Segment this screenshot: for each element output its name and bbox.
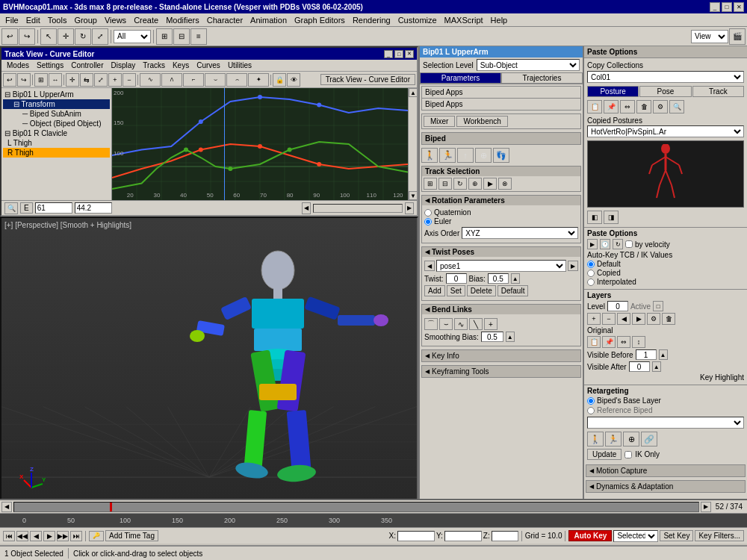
timeline-progress-bar[interactable] (13, 502, 699, 512)
ce-menu-curves[interactable]: Curves (193, 60, 224, 70)
retarget-icon-1[interactable]: 🚶 (587, 432, 604, 447)
toolbar-move[interactable]: ✛ (58, 28, 74, 45)
transport-prev-key[interactable]: ◀◀ (16, 531, 28, 541)
menu-modifiers[interactable]: Modifiers (162, 15, 203, 25)
motion-capture-section[interactable]: ◀ Motion Capture (586, 464, 746, 477)
workbench-btn[interactable]: Workbench (456, 116, 507, 127)
menu-maxscript[interactable]: MAXScript (441, 15, 487, 25)
smoothing-bias-input[interactable] (481, 332, 503, 342)
ce-tangent-step[interactable]: ⌐ (183, 73, 204, 87)
ik-only-check[interactable] (624, 451, 632, 458)
maximize-btn[interactable]: □ (722, 2, 732, 12)
copy-collections-dropdown[interactable]: Col01 (587, 71, 744, 83)
biped-walk-icon[interactable]: 🚶 (421, 148, 438, 163)
transport-end[interactable]: ⏭ (70, 531, 82, 541)
layer-prev-btn[interactable]: ◀ (617, 313, 630, 325)
layer-settings-btn[interactable]: ⚙ (647, 313, 660, 325)
reference-coord-dropdown[interactable]: All (114, 30, 151, 43)
layer-tool-3[interactable]: ⇔ (617, 336, 630, 348)
toolbar-align[interactable]: ⊟ (173, 28, 190, 45)
toolbar-mirror[interactable]: ⊞ (156, 28, 173, 45)
paste-icon-2[interactable]: ◨ (604, 211, 619, 224)
tree-item-l-thigh[interactable]: L Thigh (3, 138, 110, 148)
vb-spin[interactable]: ▲ (659, 349, 668, 360)
toolbar-scale[interactable]: ⤢ (92, 28, 108, 45)
timeline-scroll-right[interactable]: ▶ (701, 502, 711, 512)
viewport-3d[interactable]: X Y Z (0, 217, 418, 514)
ce-tool-fit[interactable]: ↔ (49, 73, 62, 87)
biped-footstep-icon[interactable]: 👣 (493, 148, 509, 163)
radio-quaternion[interactable] (424, 209, 432, 217)
posture-settings-icon[interactable]: ⚙ (653, 100, 668, 113)
tab-pose[interactable]: Pose (639, 86, 691, 97)
level-input[interactable] (607, 301, 628, 311)
ce-tangent-linear[interactable]: /\ (161, 73, 182, 87)
layer-tool-4[interactable]: ↕ (632, 336, 645, 348)
time-tag-btn[interactable]: Add Time Tag (105, 530, 158, 541)
toolbar-select[interactable]: ↖ (40, 28, 57, 45)
curve-graph[interactable]: 200 150 100 20 30 40 50 60 70 80 90 100 … (112, 88, 408, 200)
ce-menu-controller[interactable]: Controller (67, 60, 107, 70)
retarget-icon-2[interactable]: 🏃 (605, 432, 622, 447)
view-dropdown[interactable]: View (691, 30, 728, 43)
ce-menu-keys[interactable]: Keys (169, 60, 193, 70)
tab-posture[interactable]: Posture (587, 86, 639, 97)
tree-item-object[interactable]: ─ Object (Biped Object) (3, 119, 110, 128)
scroll-up[interactable]: ▲ (409, 88, 418, 97)
menu-edit[interactable]: Edit (22, 15, 44, 25)
track-sel-btn5[interactable]: ▶ (483, 178, 497, 190)
biped-jump-icon[interactable]: ↑ (457, 148, 474, 163)
posture-paste-icon[interactable]: 📌 (604, 100, 619, 113)
ce-tool-add-keys[interactable]: + (108, 73, 122, 87)
bias-input[interactable] (488, 273, 509, 284)
axis-order-dropdown[interactable]: XYZ (462, 227, 578, 239)
smoothing-bias-spin-up[interactable]: ▲ (506, 332, 515, 342)
radio-interpolated[interactable] (587, 279, 595, 286)
ce-show-all[interactable]: 👁 (287, 73, 300, 87)
bend-link-icon-4[interactable]: ╲ (469, 318, 483, 330)
curve-editor-tree[interactable]: ⊟ Bip01 L UpperArm ⊟ Transform ─ Biped S… (1, 88, 112, 200)
menu-animation[interactable]: Animation (247, 15, 291, 25)
layer-next-btn[interactable]: ▶ (632, 313, 645, 325)
posture-mirror-icon[interactable]: ⇔ (620, 100, 635, 113)
track-sel-btn6[interactable]: ⊗ (498, 178, 512, 190)
ce-tangent-slow[interactable]: ⌣ (205, 73, 226, 87)
transport-play-back[interactable]: ◀ (30, 531, 42, 541)
curve-editor-minimize[interactable]: _ (384, 50, 393, 58)
selection-level-dropdown[interactable]: Sub-Object (477, 59, 580, 71)
update-btn[interactable]: Update (587, 449, 622, 460)
biped-apps-btn[interactable]: Biped Apps (422, 99, 580, 110)
status-value-field[interactable]: 44.2 (75, 202, 112, 214)
menu-file[interactable]: File (1, 15, 22, 25)
radio-default[interactable] (587, 261, 595, 268)
toolbar-rotate[interactable]: ↻ (75, 28, 91, 45)
paste-rotate-btn[interactable]: ↻ (613, 239, 623, 249)
tree-item-bip01-l-upperarm[interactable]: ⊟ Bip01 L UpperArm (3, 90, 110, 99)
biped-step-icon[interactable]: ⊕ (475, 148, 492, 163)
track-sel-btn2[interactable]: ⊟ (438, 178, 452, 190)
biped-run-icon[interactable]: 🏃 (439, 148, 456, 163)
va-spin[interactable]: ▲ (652, 361, 661, 372)
twist-delete-btn[interactable]: Delete (467, 285, 496, 296)
curve-editor-close[interactable]: ✕ (405, 50, 414, 58)
menu-help[interactable]: Help (487, 15, 512, 25)
bend-link-icon-5[interactable]: + (484, 318, 498, 330)
ce-tool-slide[interactable]: ⇆ (80, 73, 93, 87)
visible-after-input[interactable] (629, 361, 650, 372)
layer-add-btn[interactable]: + (587, 313, 601, 325)
autokey-btn[interactable]: Auto Key (568, 530, 612, 541)
copied-posture-dropdown[interactable]: HotVertRo|PivSpinL.Ar (587, 125, 744, 137)
layer-del-btn[interactable]: − (602, 313, 616, 325)
radio-base-layer[interactable] (587, 397, 595, 405)
radio-reference-biped[interactable] (587, 407, 595, 414)
tree-item-transform[interactable]: ⊟ Transform (3, 99, 110, 109)
bend-links-header[interactable]: ◀ Bend Links (422, 305, 580, 314)
tree-item-biped-subanim[interactable]: ─ Biped SubAnim (3, 109, 110, 119)
transport-play[interactable]: ▶ (43, 531, 55, 541)
assign-controller-btn[interactable]: Biped Apps (422, 87, 580, 99)
twist-set-btn[interactable]: Set (447, 285, 465, 296)
twist-pose-prev[interactable]: ◀ (424, 261, 435, 271)
menu-views[interactable]: Views (101, 15, 130, 25)
toolbar-undo[interactable]: ↩ (1, 28, 18, 45)
visible-before-input[interactable] (636, 349, 657, 360)
